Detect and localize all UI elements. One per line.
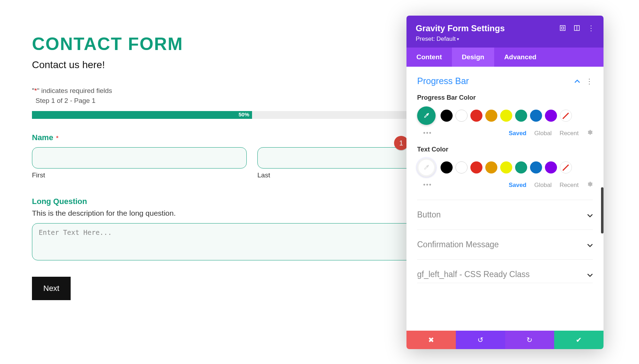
columns-icon[interactable] — [574, 25, 580, 31]
swatch-green[interactable] — [515, 161, 527, 173]
check-icon: ✔ — [576, 336, 582, 344]
section-button-label: Button — [417, 210, 441, 220]
palette-tab-saved[interactable]: Saved — [509, 182, 526, 189]
first-name-input[interactable] — [32, 147, 247, 169]
swatch-red[interactable] — [470, 161, 482, 173]
text-color-label: Text Color — [417, 146, 593, 153]
form-subtitle: Contact us here! — [32, 59, 472, 71]
palette-tab-recent[interactable]: Recent — [559, 130, 579, 137]
chevron-down-icon — [587, 210, 593, 220]
swatch-red[interactable] — [470, 110, 482, 122]
palette-tab-global[interactable]: Global — [534, 182, 552, 189]
svg-rect-1 — [562, 27, 564, 29]
palette-tabs-text: ••• Saved Global Recent — [417, 181, 593, 189]
redo-button[interactable]: ↻ — [505, 331, 555, 349]
more-swatches-icon[interactable]: ••• — [423, 129, 432, 137]
contact-form-area: CONTACT FORM Contact us here! "*" indica… — [32, 34, 472, 300]
chevron-down-icon — [587, 270, 593, 279]
section-confirmation-label: Confirmation Message — [417, 240, 499, 249]
name-row: First Last — [32, 147, 472, 179]
caret-down-icon: ▾ — [457, 37, 459, 42]
progress-percent: 50% — [239, 111, 249, 117]
panel-tabs: Content Design Advanced — [406, 48, 604, 67]
palette-tab-recent[interactable]: Recent — [559, 182, 579, 189]
panel-footer: ✖ ↺ ↻ ✔ — [406, 331, 604, 349]
settings-panel: Gravity Form Settings Preset: Default ▾ … — [406, 16, 604, 349]
palette-tab-global[interactable]: Global — [534, 130, 552, 137]
section-css-ready-class[interactable]: gf_left_half - CSS Ready Class — [417, 259, 593, 283]
swatch-black[interactable] — [441, 161, 453, 173]
first-sublabel: First — [32, 171, 247, 179]
swatch-black[interactable] — [441, 110, 453, 122]
svg-rect-0 — [560, 26, 565, 31]
swatch-white[interactable] — [455, 110, 468, 122]
preset-label: Preset: Default — [416, 35, 455, 43]
name-label-text: Name — [32, 133, 53, 142]
section-css-label: gf_left_half - CSS Ready Class — [417, 270, 530, 279]
confirm-button[interactable]: ✔ — [554, 331, 604, 349]
tab-content[interactable]: Content — [406, 48, 452, 67]
progress-bar-color-row — [417, 106, 593, 125]
undo-icon: ↺ — [477, 336, 484, 344]
tab-design[interactable]: Design — [452, 48, 494, 67]
more-swatches-icon[interactable]: ••• — [423, 181, 432, 188]
panel-header: Gravity Form Settings Preset: Default ▾ … — [406, 16, 604, 48]
palette-tabs-progress: ••• Saved Global Recent — [417, 129, 593, 137]
swatch-purple[interactable] — [545, 161, 557, 173]
long-question-textarea[interactable] — [32, 223, 472, 260]
progress-bar-color-label: Progress Bar Color — [417, 94, 593, 101]
text-color-row — [417, 158, 593, 177]
long-question-desc: This is the description for the long que… — [32, 209, 472, 217]
swatch-yellow[interactable] — [500, 161, 512, 173]
eyedropper-button-text[interactable] — [417, 158, 436, 177]
cancel-button[interactable]: ✖ — [406, 331, 456, 349]
swatch-orange[interactable] — [485, 161, 497, 173]
swatch-blue[interactable] — [530, 161, 542, 173]
redo-icon: ↻ — [526, 336, 532, 344]
gear-icon[interactable] — [586, 129, 593, 137]
tab-spacer — [546, 48, 604, 67]
swatch-white[interactable] — [455, 161, 468, 173]
section-title: Progress Bar — [417, 76, 469, 86]
swatches-text — [441, 161, 572, 173]
gear-icon[interactable] — [586, 181, 593, 189]
swatch-purple[interactable] — [545, 110, 557, 122]
section-button[interactable]: Button — [417, 200, 593, 230]
scrollbar-thumb[interactable] — [601, 187, 604, 233]
swatch-green[interactable] — [515, 110, 527, 122]
swatch-yellow[interactable] — [500, 110, 512, 122]
swatch-none[interactable] — [560, 161, 572, 173]
swatch-none[interactable] — [560, 110, 572, 122]
next-button[interactable]: Next — [32, 277, 71, 300]
section-confirmation-message[interactable]: Confirmation Message — [417, 230, 593, 259]
more-vertical-icon[interactable]: ⋮ — [588, 25, 594, 31]
tab-advanced[interactable]: Advanced — [494, 48, 546, 67]
chevron-down-icon — [587, 240, 593, 249]
swatches-progress — [441, 110, 572, 122]
expand-icon[interactable] — [559, 25, 566, 31]
required-note: "*" indicates required fields — [32, 87, 472, 95]
panel-title: Gravity Form Settings — [416, 23, 505, 33]
swatch-blue[interactable] — [530, 110, 542, 122]
eyedropper-button-progress[interactable] — [417, 106, 436, 125]
required-note-text: " indicates required fields — [37, 87, 112, 94]
annotation-badge-1: 1 — [394, 136, 408, 150]
section-more-icon[interactable]: ⋮ — [586, 77, 593, 86]
long-question-label: Long Question — [32, 197, 472, 206]
form-title: CONTACT FORM — [32, 34, 472, 54]
close-icon: ✖ — [428, 336, 434, 344]
progress-bar: 50% — [32, 111, 472, 119]
chevron-up-icon[interactable] — [574, 78, 580, 84]
first-name-col: First — [32, 147, 247, 179]
palette-tab-saved[interactable]: Saved — [509, 130, 526, 137]
required-mark-icon: * — [56, 135, 59, 142]
undo-button[interactable]: ↺ — [456, 331, 505, 349]
quote-open: " — [32, 87, 34, 94]
progress-fill: 50% — [32, 111, 252, 119]
preset-dropdown[interactable]: Preset: Default ▾ — [416, 35, 505, 43]
section-header-progress-bar[interactable]: Progress Bar ⋮ — [417, 76, 593, 86]
panel-body: Progress Bar ⋮ Progress Bar Color — [406, 67, 604, 330]
swatch-orange[interactable] — [485, 110, 497, 122]
